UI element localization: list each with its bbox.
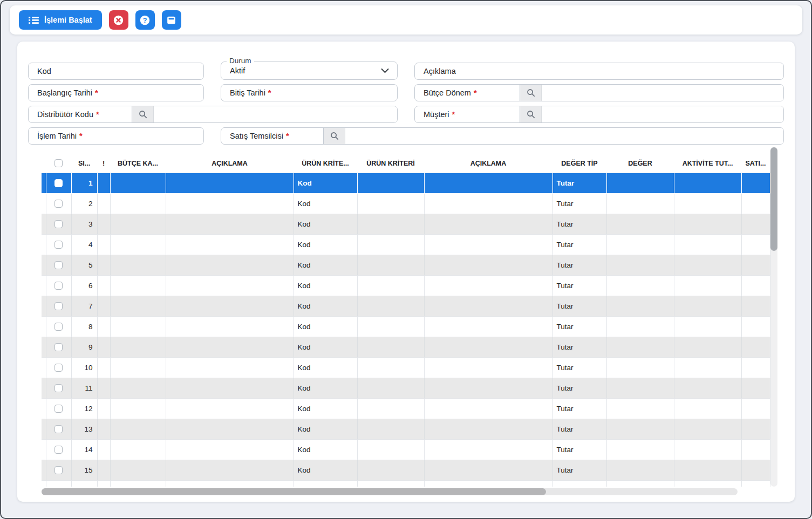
table-row[interactable]: 11KodTutar [42, 378, 770, 398]
distributor-kodu-value-input[interactable] [154, 106, 397, 122]
cell-indicator [42, 337, 46, 357]
satis-temsilcisi-input[interactable]: Satış Temsilcisi * [221, 128, 324, 144]
row-checkbox[interactable] [54, 343, 63, 351]
distributor-kodu-input[interactable]: Distribütör Kodu * [29, 106, 132, 122]
cell-deger_tip: Tutar [552, 296, 606, 316]
cancel-button[interactable] [109, 10, 128, 30]
cell-butce [110, 337, 166, 357]
header-checkbox-cell [46, 154, 71, 173]
row-checkbox[interactable] [54, 302, 63, 310]
row-checkbox[interactable] [54, 261, 63, 269]
header-deger[interactable]: DEĞER [606, 154, 674, 173]
table-row[interactable]: 3KodTutar [42, 214, 770, 234]
cell-check [46, 316, 71, 337]
satis-temsilcisi-search-button[interactable] [324, 128, 345, 144]
window-button[interactable] [162, 10, 181, 30]
vertical-scrollbar-thumb[interactable] [770, 147, 777, 251]
cell-num: 12 [71, 398, 97, 419]
header-aciklama1[interactable]: AÇIKLAMA [166, 154, 294, 173]
cell-aciklama2 [424, 460, 552, 480]
cell-aciklama1 [166, 419, 294, 439]
satis-temsilcisi-label: Satış Temsilcisi [230, 132, 283, 140]
row-checkbox[interactable] [54, 282, 63, 290]
budget-items-table: SI... ! BÜTÇE KA... AÇIKLAMA ÜRÜN KRİTE.… [42, 154, 770, 487]
table-row-partial[interactable] [42, 480, 770, 487]
header-butce[interactable]: BÜTÇE KA... [110, 154, 166, 173]
row-checkbox[interactable] [54, 466, 63, 474]
table-row[interactable]: 13KodTutar [42, 419, 770, 439]
row-checkbox[interactable] [54, 405, 63, 413]
row-checkbox[interactable] [54, 200, 63, 208]
table-row[interactable]: 14KodTutar [42, 439, 770, 460]
cell-aktivite [674, 173, 741, 193]
cell-urun [357, 460, 424, 480]
table-row[interactable]: 4KodTutar [42, 234, 770, 255]
row-checkbox[interactable] [54, 384, 63, 392]
header-excl[interactable]: ! [97, 154, 110, 173]
musteri-input[interactable]: Müşteri * [415, 106, 520, 122]
cell-num: 15 [71, 460, 97, 480]
table-row[interactable]: 1KodTutar [42, 173, 770, 193]
musteri-search-button[interactable] [520, 106, 542, 122]
table-row[interactable]: 12KodTutar [42, 398, 770, 419]
islem-tarihi-input[interactable]: İşlem Tarihi * [28, 127, 204, 145]
cell-aciklama1 [166, 296, 294, 316]
cell-deger_tip: Tutar [552, 337, 606, 357]
table-row[interactable]: 5KodTutar [42, 255, 770, 275]
aciklama-input[interactable]: Açıklama [414, 63, 784, 80]
table-row[interactable]: 9KodTutar [42, 337, 770, 357]
table-row[interactable]: 7KodTutar [42, 296, 770, 316]
header-urun-tip[interactable]: ÜRÜN KRİTE... [294, 154, 357, 173]
table-row[interactable]: 15KodTutar [42, 460, 770, 480]
durum-label: Durum [227, 57, 254, 65]
durum-select[interactable]: Durum Aktif [221, 62, 398, 80]
cell-deger [606, 357, 674, 378]
header-deger-tip[interactable]: DEĞER TİP [552, 154, 606, 173]
start-process-button[interactable]: İşlemi Başlat [19, 10, 102, 30]
select-all-checkbox[interactable] [54, 159, 63, 167]
cell-aktivite [674, 357, 741, 378]
vertical-scrollbar[interactable] [770, 147, 777, 487]
row-checkbox[interactable] [54, 179, 63, 187]
satis-temsilcisi-value-input[interactable] [345, 128, 783, 144]
horizontal-scrollbar-thumb[interactable] [42, 488, 546, 495]
cell-urun_tip: Kod [294, 275, 357, 296]
musteri-value-input[interactable] [542, 106, 783, 122]
header-num[interactable]: SI... [71, 154, 97, 173]
cell-deger [606, 193, 674, 214]
table-row[interactable]: 2KodTutar [42, 193, 770, 214]
row-checkbox[interactable] [54, 323, 63, 331]
horizontal-scrollbar[interactable] [42, 488, 738, 495]
header-sati[interactable]: SATI... [741, 154, 770, 173]
butce-donem-search-button[interactable] [520, 85, 542, 101]
table-row[interactable]: 10KodTutar [42, 357, 770, 378]
cell-deger [606, 378, 674, 398]
table-row[interactable]: 8KodTutar [42, 316, 770, 337]
kod-input[interactable]: Kod [28, 63, 204, 80]
help-button[interactable]: ? [135, 10, 155, 30]
table-row[interactable]: 6KodTutar [42, 275, 770, 296]
cell-butce [110, 316, 166, 337]
distributor-kodu-search-button[interactable] [132, 106, 154, 122]
cell-deger_tip: Tutar [552, 398, 606, 419]
cell-excl [97, 439, 110, 460]
row-checkbox[interactable] [54, 220, 63, 228]
bitis-tarihi-input[interactable]: Bitiş Tarihi * [221, 84, 398, 101]
butce-donem-input[interactable]: Bütçe Dönem * [415, 85, 520, 101]
header-aciklama2[interactable]: AÇIKLAMA [424, 154, 552, 173]
cell-aciklama1 [166, 337, 294, 357]
list-icon [29, 16, 39, 24]
row-checkbox[interactable] [54, 425, 63, 433]
butce-donem-value-input[interactable] [542, 85, 783, 101]
cell-aciklama1 [166, 255, 294, 275]
cell-indicator [42, 398, 46, 419]
row-checkbox[interactable] [54, 364, 63, 372]
header-urun[interactable]: ÜRÜN KRİTERİ [357, 154, 424, 173]
cell-butce [110, 193, 166, 214]
row-checkbox[interactable] [54, 446, 63, 454]
baslangic-tarihi-input[interactable]: Başlangıç Tarihi * [28, 84, 204, 101]
required-asterisk: * [96, 110, 99, 119]
row-checkbox[interactable] [54, 241, 63, 249]
header-aktivite[interactable]: AKTİVİTE TUT... [674, 154, 741, 173]
cell-deger [606, 337, 674, 357]
